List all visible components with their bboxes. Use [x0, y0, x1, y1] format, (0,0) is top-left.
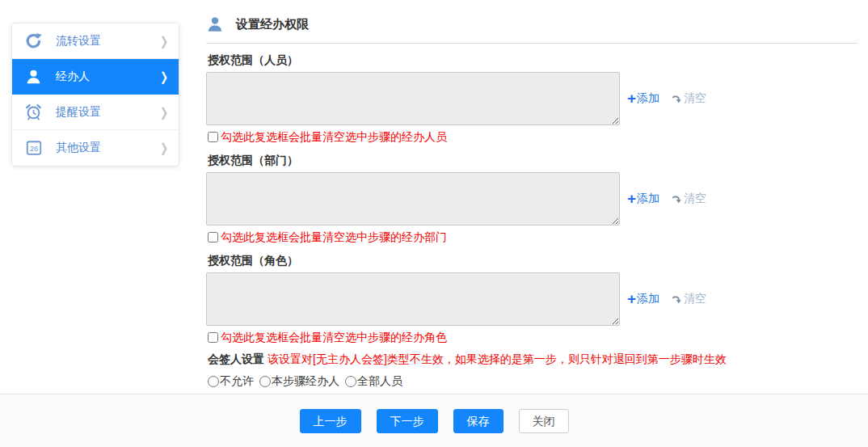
sidebar-item-flow-settings[interactable]: 流转设置 ❯ — [12, 23, 179, 59]
radio-option-disallow[interactable]: 不允许 — [208, 374, 254, 389]
chevron-right-icon: ❯ — [160, 34, 168, 48]
settings-sidebar: 流转设置 ❯ 经办人 ❯ 提醒设置 ❯ — [11, 23, 179, 167]
countersign-options: 不允许 本步骤经办人 全部人员 — [208, 374, 857, 389]
previous-step-button[interactable]: 上一步 — [300, 409, 361, 433]
bulk-clear-roles-checkbox[interactable] — [208, 332, 218, 343]
auth-scope-departments-section: 授权范围（部门） +添加 清空 勾选此复选框会批量清空选中步骤的经办部门 — [206, 153, 857, 244]
plus-icon: + — [627, 193, 636, 205]
user-icon — [206, 15, 224, 34]
plus-icon: + — [627, 293, 636, 305]
auth-scope-persons-textarea[interactable] — [206, 72, 620, 125]
auth-scope-departments-textarea[interactable] — [206, 172, 620, 226]
sidebar-item-label: 提醒设置 — [56, 105, 101, 120]
sidebar-item-label: 其他设置 — [56, 141, 101, 155]
sidebar-item-label: 流转设置 — [56, 34, 101, 48]
refresh-icon — [24, 32, 43, 50]
bulk-clear-note: 勾选此复选框会批量清空选中步骤的经办角色 — [221, 331, 447, 344]
sidebar-item-other-settings[interactable]: 26 其他设置 ❯ — [12, 130, 179, 166]
sidebar-item-reminder-settings[interactable]: 提醒设置 ❯ — [12, 95, 179, 130]
sidebar-item-handler[interactable]: 经办人 ❯ — [12, 59, 179, 95]
bulk-clear-persons-row: 勾选此复选框会批量清空选中步骤的经办人员 — [208, 129, 857, 144]
radio-current-step-handler[interactable] — [259, 376, 271, 387]
close-button[interactable]: 关闭 — [519, 409, 569, 433]
clear-persons-link[interactable]: 清空 — [672, 91, 706, 106]
bulk-clear-note: 勾选此复选框会批量清空选中步骤的经办人员 — [221, 130, 447, 144]
bulk-clear-departments-checkbox[interactable] — [208, 232, 218, 242]
bulk-clear-note: 勾选此复选框会批量清空选中步骤的经办部门 — [221, 230, 447, 244]
chevron-right-icon: ❯ — [160, 105, 168, 120]
radio-option-current-step-handler[interactable]: 本步骤经办人 — [259, 374, 339, 389]
auth-scope-persons-section: 授权范围（人员） +添加 清空 勾选此复选框会批量清空选中步骤的经办人员 — [206, 53, 857, 144]
section-label: 授权范围（人员） — [208, 53, 857, 67]
main-panel: 设置经办权限 授权范围（人员） +添加 清空 勾选此复选框会批量清空选中步骤的经… — [206, 11, 857, 389]
clear-arrow-icon — [672, 194, 682, 205]
panel-header: 设置经办权限 — [206, 11, 857, 44]
clear-roles-link[interactable]: 清空 — [672, 292, 706, 306]
clear-departments-link[interactable]: 清空 — [672, 192, 706, 206]
sidebar-item-label: 经办人 — [56, 70, 90, 84]
add-persons-link[interactable]: +添加 — [627, 91, 659, 106]
user-icon — [24, 67, 43, 86]
add-departments-link[interactable]: +添加 — [627, 192, 659, 206]
clear-arrow-icon — [672, 294, 682, 305]
calendar-icon: 26 — [24, 139, 43, 158]
bulk-clear-departments-row: 勾选此复选框会批量清空选中步骤的经办部门 — [208, 230, 857, 244]
radio-disallow[interactable] — [208, 376, 219, 387]
add-roles-link[interactable]: +添加 — [627, 292, 659, 306]
next-step-button[interactable]: 下一步 — [377, 409, 438, 433]
clear-arrow-icon — [672, 94, 682, 104]
plus-icon: + — [627, 93, 636, 104]
chevron-right-icon: ❯ — [160, 70, 168, 84]
save-button[interactable]: 保存 — [453, 409, 504, 433]
auth-scope-roles-section: 授权范围（角色） +添加 清空 勾选此复选框会批量清空选中步骤的经办角色 — [206, 253, 857, 344]
bulk-clear-persons-checkbox[interactable] — [208, 132, 218, 142]
radio-option-all-personnel[interactable]: 全部人员 — [345, 374, 402, 389]
countersign-label: 会签人设置 — [208, 352, 264, 365]
section-label: 授权范围（部门） — [208, 153, 857, 167]
countersign-settings-row: 会签人设置该设置对[无主办人会签]类型不生效，如果选择的是第一步，则只针对退回到… — [208, 352, 857, 367]
section-label: 授权范围（角色） — [208, 253, 857, 268]
countersign-note: 该设置对[无主办人会签]类型不生效，如果选择的是第一步，则只针对退回到第一步骤时… — [268, 352, 727, 365]
page-title: 设置经办权限 — [236, 17, 309, 32]
auth-scope-roles-textarea[interactable] — [206, 272, 620, 326]
footer-action-bar: 上一步 下一步 保存 关闭 — [0, 394, 868, 447]
bulk-clear-roles-row: 勾选此复选框会批量清空选中步骤的经办角色 — [208, 330, 857, 344]
chevron-right-icon: ❯ — [160, 141, 168, 155]
alarm-clock-icon — [24, 103, 43, 121]
radio-all-personnel[interactable] — [345, 376, 356, 387]
calendar-day-number: 26 — [29, 145, 37, 153]
